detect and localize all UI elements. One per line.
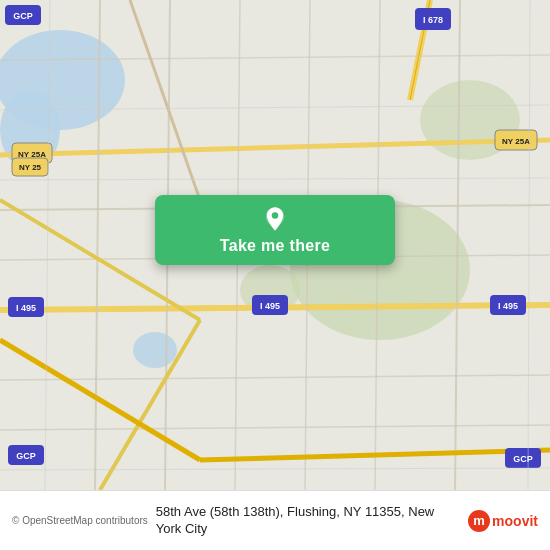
bottom-bar: © OpenStreetMap contributors 58th Ave (5… (0, 490, 550, 550)
moovit-logo-icon: m (468, 510, 490, 532)
svg-text:I 678: I 678 (423, 15, 443, 25)
svg-text:NY 25: NY 25 (19, 163, 42, 172)
take-me-there-button[interactable]: Take me there (155, 195, 395, 265)
svg-text:GCP: GCP (13, 11, 33, 21)
svg-text:I 495: I 495 (260, 301, 280, 311)
svg-point-3 (133, 332, 177, 368)
svg-text:NY 25A: NY 25A (502, 137, 530, 146)
moovit-logo: m moovit (468, 510, 538, 532)
moovit-logo-text: moovit (492, 513, 538, 529)
svg-text:I 495: I 495 (16, 303, 36, 313)
button-label: Take me there (220, 237, 330, 255)
map-container: I 678 NY 25A NY 25A NY 25 I 495 I 495 I … (0, 0, 550, 490)
address-text: 58th Ave (58th 138th), Flushing, NY 1135… (156, 504, 460, 538)
osm-attribution: © OpenStreetMap contributors (12, 515, 148, 526)
svg-text:GCP: GCP (513, 454, 533, 464)
svg-text:I 495: I 495 (498, 301, 518, 311)
svg-point-53 (272, 212, 279, 219)
svg-text:GCP: GCP (16, 451, 36, 461)
location-pin-icon (261, 205, 289, 233)
